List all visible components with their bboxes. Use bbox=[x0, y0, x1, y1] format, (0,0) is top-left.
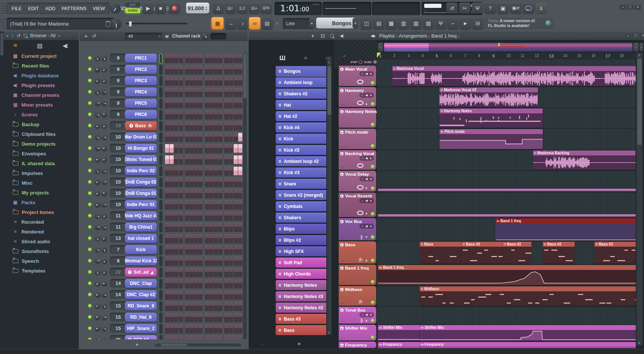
step-cell[interactable] bbox=[179, 257, 183, 265]
track-record-icon[interactable]: ● bbox=[370, 313, 372, 316]
channel-target-number[interactable]: 13▲▼ bbox=[110, 234, 126, 243]
step-cell[interactable] bbox=[238, 178, 242, 187]
ruler-bar-7[interactable]: 7 bbox=[464, 54, 466, 58]
clip-bass-2[interactable]: ≡Bass #2 bbox=[461, 242, 502, 264]
browser-item-my-projects[interactable]: My projects bbox=[4, 188, 79, 197]
channel-knob[interactable] bbox=[102, 191, 107, 196]
clip-pitch-mode[interactable]: ∞Pitch mode bbox=[440, 129, 543, 149]
step-cell[interactable] bbox=[205, 336, 209, 340]
step-cell[interactable] bbox=[170, 88, 174, 96]
slider-handle[interactable] bbox=[129, 21, 132, 27]
step-cell[interactable] bbox=[165, 246, 169, 254]
channel-knob[interactable] bbox=[95, 112, 100, 117]
step-cell[interactable] bbox=[174, 223, 178, 232]
clip-madonna-backing[interactable]: ≈Madonna Backing bbox=[533, 151, 635, 170]
step-cell[interactable] bbox=[185, 155, 189, 164]
step-cell[interactable] bbox=[218, 291, 222, 299]
step-cell[interactable] bbox=[209, 223, 213, 232]
step-cell[interactable] bbox=[234, 122, 238, 130]
playlist-vscrollbar[interactable]: ∧ ∨ bbox=[636, 53, 642, 345]
step-cell[interactable] bbox=[194, 155, 198, 164]
track-content-icon[interactable] bbox=[357, 101, 363, 105]
menu-patterns[interactable]: PATTERNS bbox=[62, 6, 86, 11]
step-cell[interactable] bbox=[238, 324, 242, 333]
browser-up-icon[interactable]: ↑ bbox=[12, 33, 14, 38]
step-cell[interactable] bbox=[209, 167, 213, 175]
clip-bass-2[interactable]: ≡Bass #2 bbox=[594, 242, 636, 264]
mixer-panel-toggle[interactable]: ▥ bbox=[398, 17, 409, 29]
step-cell[interactable] bbox=[189, 133, 194, 142]
project-title-field[interactable]: (Trial) I'll Be Your Madonna bbox=[7, 18, 114, 30]
track-header-midbass[interactable]: ▸Midbass...9: bbox=[339, 286, 376, 306]
step-cell[interactable] bbox=[238, 77, 242, 85]
clip-band-1-freq[interactable]: ∞Band 1 freq bbox=[378, 265, 636, 285]
step-cell[interactable] bbox=[205, 234, 209, 243]
channel-knob[interactable] bbox=[95, 146, 100, 151]
step-cell[interactable] bbox=[179, 144, 183, 153]
step-cell[interactable] bbox=[234, 110, 238, 119]
channel-led[interactable] bbox=[88, 259, 92, 262]
channel-knob[interactable] bbox=[102, 202, 107, 207]
step-cell[interactable] bbox=[238, 54, 242, 63]
step-cell[interactable] bbox=[214, 246, 218, 254]
channel-knob[interactable] bbox=[102, 303, 107, 309]
step-cell[interactable] bbox=[205, 133, 209, 142]
channel-knob[interactable] bbox=[95, 281, 100, 286]
channel-select-strip[interactable] bbox=[159, 155, 162, 165]
step-cell[interactable] bbox=[185, 144, 189, 153]
step-cell[interactable] bbox=[218, 167, 222, 175]
undo-button[interactable]: ↺ bbox=[446, 3, 458, 14]
step-cell[interactable] bbox=[170, 313, 174, 322]
step-cell[interactable] bbox=[238, 144, 242, 153]
step-cell[interactable] bbox=[179, 200, 183, 209]
step-cell[interactable] bbox=[218, 77, 222, 85]
step-cell[interactable] bbox=[238, 200, 242, 209]
step-cell[interactable] bbox=[224, 223, 228, 232]
step-cell[interactable] bbox=[198, 291, 203, 299]
step-cell[interactable] bbox=[194, 65, 198, 74]
step-cell[interactable] bbox=[205, 122, 209, 130]
step-cell[interactable] bbox=[189, 88, 194, 96]
track-header-main-vocal[interactable]: ▸Main Vocal♪◀●... bbox=[339, 66, 376, 86]
step-cell[interactable] bbox=[218, 246, 222, 254]
step-cell[interactable] bbox=[224, 122, 228, 130]
step-cell[interactable] bbox=[165, 155, 169, 164]
step-cell[interactable] bbox=[170, 246, 174, 254]
channel-select-strip[interactable] bbox=[159, 121, 162, 131]
step-cell[interactable] bbox=[185, 54, 189, 63]
step-cell[interactable] bbox=[165, 178, 169, 187]
step-cell[interactable] bbox=[170, 268, 174, 277]
pattern-item-blips-2[interactable]: ≣Blips #2 bbox=[276, 235, 326, 245]
step-cell[interactable] bbox=[194, 167, 198, 175]
step-cell[interactable] bbox=[229, 77, 233, 85]
rack-swing-knob[interactable] bbox=[202, 33, 208, 39]
channel-knob[interactable] bbox=[102, 89, 107, 95]
step-cell[interactable] bbox=[238, 110, 242, 119]
browser-next-icon[interactable]: ▸ bbox=[59, 34, 60, 38]
pattern-item-high-chords[interactable]: ≣High Chords bbox=[276, 269, 326, 279]
step-cell[interactable] bbox=[238, 133, 242, 142]
pattern-item-hat[interactable]: ≣Hat bbox=[276, 100, 326, 110]
step-cell[interactable] bbox=[218, 99, 222, 108]
channel-button-war-drum-lo-01[interactable]: War Drum Lo 01 bbox=[125, 133, 157, 142]
step-cell[interactable] bbox=[205, 313, 209, 322]
step-cell[interactable] bbox=[179, 54, 183, 63]
step-cell[interactable] bbox=[209, 291, 213, 299]
channel-mute-icon[interactable]: A bbox=[128, 338, 132, 339]
step-cell[interactable] bbox=[229, 336, 233, 340]
step-cell[interactable] bbox=[185, 200, 189, 209]
step-cell[interactable] bbox=[229, 234, 233, 243]
channel-select-strip[interactable] bbox=[159, 211, 162, 221]
step-cell[interactable] bbox=[209, 200, 213, 209]
step-cell[interactable] bbox=[238, 167, 242, 175]
step-cell[interactable] bbox=[224, 65, 228, 74]
countdown-button[interactable]: 3.2: bbox=[237, 3, 248, 14]
step-cell[interactable] bbox=[189, 144, 194, 153]
step-cell[interactable] bbox=[179, 302, 183, 310]
channel-target-number[interactable]: 7▲▼ bbox=[110, 245, 126, 254]
ruler-bar-10[interactable]: 10 bbox=[506, 54, 510, 58]
step-cell[interactable] bbox=[229, 200, 233, 209]
browser-item-mixer-presets[interactable]: ▥Mixer presets bbox=[4, 100, 79, 110]
channel-button-hip-snare-2[interactable]: HIP_Snare_2 bbox=[125, 324, 157, 333]
step-cell[interactable] bbox=[165, 268, 169, 277]
